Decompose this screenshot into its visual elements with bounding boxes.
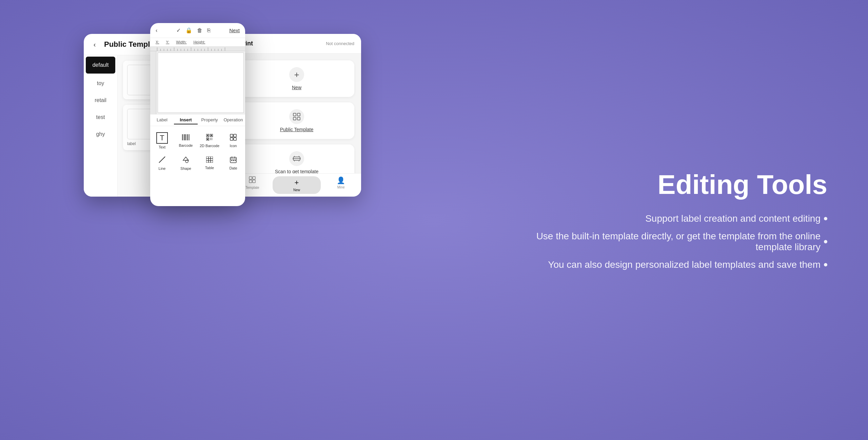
shape-icon — [182, 156, 190, 165]
new-bottom-icon: + — [295, 178, 299, 187]
svg-rect-12 — [207, 139, 208, 140]
editor-canvas-area[interactable] — [150, 46, 245, 114]
2d-barcode-label: 2D Barcode — [200, 144, 219, 148]
bullet-dot-3 — [824, 263, 827, 266]
public-template-icon — [289, 109, 304, 124]
editor-action-icons: ✓ 🔒 🗑 ⎘ — [176, 27, 211, 34]
print-status: Not connected — [326, 41, 354, 46]
tab-operation[interactable]: Operation — [221, 117, 245, 124]
tool-date[interactable]: Date — [221, 153, 245, 174]
nav-item-retail[interactable]: retail — [84, 92, 117, 109]
svg-rect-3 — [186, 134, 186, 140]
trash-icon[interactable]: 🗑 — [197, 27, 202, 34]
text-label: Text — [159, 145, 165, 149]
tool-shape[interactable]: Shape — [174, 153, 198, 174]
icon-label: Icon — [230, 144, 237, 148]
next-button[interactable]: Next — [229, 27, 240, 33]
svg-rect-18 — [234, 134, 236, 137]
checkmark-icon[interactable]: ✓ — [176, 27, 181, 34]
svg-rect-38 — [297, 117, 300, 120]
editing-tools-title: Editing Tools — [522, 170, 827, 200]
tool-table[interactable]: Table — [198, 153, 221, 174]
svg-rect-8 — [207, 135, 208, 136]
tab-property[interactable]: Property — [198, 117, 221, 124]
svg-rect-20 — [234, 138, 236, 140]
coord-y-label: Y: — [166, 40, 169, 44]
scan-icon — [289, 151, 304, 166]
bullet-1-text: Support label creation and content editi… — [645, 213, 821, 224]
template-bottom-icon — [249, 176, 256, 185]
tool-icon[interactable]: Icon — [221, 129, 245, 153]
svg-rect-42 — [253, 177, 255, 179]
nav-item-toy[interactable]: toy — [84, 75, 117, 92]
print-option-public-template[interactable]: Public Template — [239, 102, 354, 139]
svg-rect-1 — [183, 134, 184, 140]
barcode-icon — [182, 134, 190, 142]
lock-icon[interactable]: 🔒 — [185, 27, 192, 34]
label-text-label: label — [127, 141, 136, 146]
tool-text[interactable]: T Text — [150, 129, 174, 153]
svg-rect-17 — [230, 134, 233, 137]
svg-rect-15 — [210, 139, 211, 140]
bottom-nav-mine[interactable]: 👤 Mine — [321, 176, 361, 194]
tool-2d-barcode[interactable]: 2D Barcode — [198, 129, 221, 153]
svg-rect-32 — [231, 160, 232, 161]
copy-icon[interactable]: ⎘ — [207, 27, 211, 34]
svg-rect-23 — [206, 157, 213, 163]
svg-rect-6 — [189, 134, 190, 140]
print-option-new[interactable]: + New — [239, 60, 354, 97]
svg-line-21 — [159, 157, 165, 163]
template-category-nav: default toy retail test ghy — [84, 55, 118, 197]
tab-label[interactable]: Label — [150, 117, 174, 124]
feature-bullets-list: Support label creation and content editi… — [522, 213, 827, 270]
svg-rect-37 — [293, 117, 296, 120]
coord-width-label: Width: — [176, 40, 186, 44]
mine-bottom-label: Mine — [337, 185, 345, 189]
bullet-2-text: Use the built-in template directly, or g… — [522, 231, 821, 253]
print-header: Print Not connected — [232, 34, 361, 54]
svg-rect-5 — [189, 134, 189, 140]
svg-rect-43 — [249, 180, 252, 183]
public-template-label: Public Template — [280, 127, 314, 132]
barcode-label: Barcode — [179, 143, 193, 147]
bottom-nav-new[interactable]: + New — [273, 176, 321, 194]
svg-rect-10 — [211, 135, 212, 136]
nav-item-default[interactable]: default — [86, 57, 115, 74]
editor-tools-grid: T Text Barcode — [150, 126, 245, 177]
editor-header: ‹ ✓ 🔒 🗑 ⎘ Next — [150, 23, 245, 38]
bullet-1: Support label creation and content editi… — [522, 213, 827, 224]
tool-line[interactable]: Line — [150, 153, 174, 174]
svg-rect-16 — [212, 139, 212, 140]
2d-barcode-icon — [206, 134, 213, 142]
nav-item-test[interactable]: test — [84, 109, 117, 126]
svg-rect-13 — [210, 138, 211, 139]
right-content-panel: Editing Tools Support label creation and… — [522, 170, 827, 270]
svg-rect-0 — [182, 134, 183, 140]
svg-rect-34 — [235, 160, 236, 161]
line-icon — [158, 156, 166, 165]
coord-height-label: Height: — [193, 40, 205, 44]
template-bottom-label: Template — [245, 186, 259, 189]
nav-item-ghy[interactable]: ghy — [84, 126, 117, 143]
phone-mock-editor: ‹ ✓ 🔒 🗑 ⎘ Next X: Y: Width: Height: — [150, 23, 245, 206]
new-bottom-label: New — [293, 188, 300, 192]
svg-rect-19 — [230, 138, 233, 140]
svg-rect-2 — [184, 134, 185, 140]
icon-icon — [230, 134, 237, 142]
svg-rect-14 — [212, 138, 212, 139]
editor-coords-bar: X: Y: Width: Height: — [150, 38, 245, 46]
svg-rect-4 — [187, 134, 188, 140]
editor-back-icon[interactable]: ‹ — [156, 27, 157, 34]
bullet-dot-2 — [824, 240, 827, 243]
bullet-2: Use the built-in template directly, or g… — [522, 231, 827, 253]
tab-insert[interactable]: Insert — [174, 117, 198, 124]
editor-tabs: Label Insert Property Operation — [150, 114, 245, 126]
tool-barcode[interactable]: Barcode — [174, 129, 198, 153]
phone-mock-print: Print Not connected + New Public Templat… — [232, 34, 361, 197]
coord-x-label: X: — [156, 40, 159, 44]
svg-rect-35 — [293, 113, 296, 116]
svg-rect-36 — [297, 113, 300, 116]
back-icon[interactable]: ‹ — [91, 40, 99, 48]
shape-label: Shape — [180, 166, 191, 171]
editor-canvas[interactable] — [158, 53, 244, 113]
